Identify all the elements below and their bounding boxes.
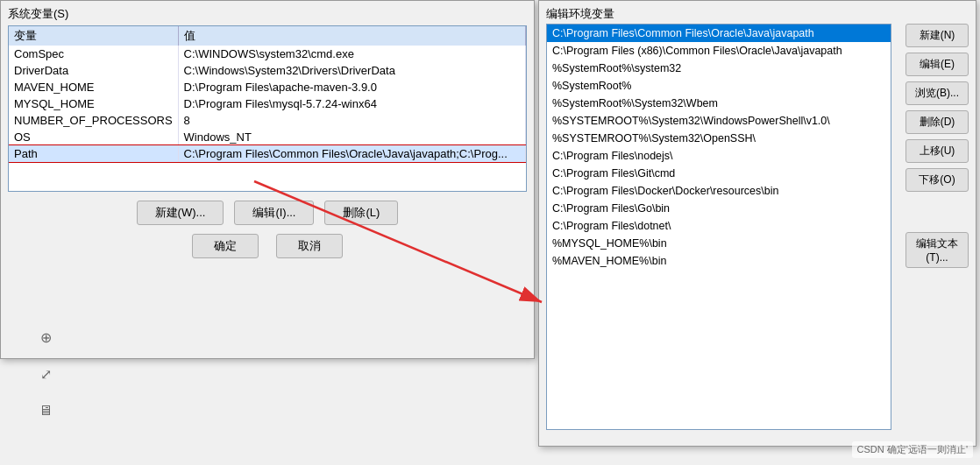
csdn-watermark: CSDN 确定'远语一则消止' <box>852 441 973 458</box>
var-value-cell: Windows_NT <box>178 129 525 145</box>
monitor-icon: 🖥 <box>35 400 56 421</box>
var-value-cell: C:\Program Files\Common Files\Oracle\Jav… <box>178 145 525 162</box>
list-item[interactable]: %SYSTEMROOT%\System32\WindowsPowerShell\… <box>547 112 891 130</box>
target-icon: ⊕ <box>35 327 56 348</box>
delete-path-button[interactable]: 删除(D) <box>905 110 969 134</box>
move-down-button[interactable]: 下移(O) <box>905 168 969 192</box>
confirm-button[interactable]: 确定 <box>192 234 259 258</box>
list-item[interactable]: C:\Program Files\Docker\Docker\resources… <box>547 182 891 200</box>
list-item[interactable]: %MYSQL_HOME%\bin <box>547 235 891 252</box>
section-label: 系统变量(S) <box>1 1 534 25</box>
system-variables-dialog: 系统变量(S) 变量 值 ComSpecC:\WINDOWS\system32\… <box>0 0 535 359</box>
confirm-buttons-row: 确定 取消 <box>8 234 527 258</box>
var-value-cell: C:\WINDOWS\system32\cmd.exe <box>178 46 525 62</box>
var-name-cell: MAVEN_HOME <box>9 79 178 95</box>
new-path-button[interactable]: 新建(N) <box>905 24 969 47</box>
path-list-wrapper: C:\Program Files\Common Files\Oracle\Jav… <box>546 24 891 430</box>
right-panel-title: 编辑环境变量 <box>539 1 976 25</box>
var-name-cell: MYSQL_HOME <box>9 95 178 112</box>
table-row[interactable]: ComSpecC:\WINDOWS\system32\cmd.exe <box>9 46 526 62</box>
list-item[interactable]: C:\Program Files\Git\cmd <box>547 165 891 182</box>
delete-var-button[interactable]: 删除(L) <box>324 201 398 225</box>
list-item[interactable]: %SystemRoot%\System32\Wbem <box>547 95 891 112</box>
table-row[interactable]: OSWindows_NT <box>9 129 526 145</box>
edit-path-button[interactable]: 编辑(E) <box>905 53 969 76</box>
var-name-cell: NUMBER_OF_PROCESSORS <box>9 112 178 129</box>
move-up-button[interactable]: 上移(U) <box>905 139 969 163</box>
new-var-button[interactable]: 新建(W)... <box>137 201 224 225</box>
path-action-buttons: 新建(N) 编辑(E) 浏览(B)... 删除(D) 上移(U) 下移(O) 编… <box>905 24 969 268</box>
list-item[interactable]: C:\Program Files (x86)\Common Files\Orac… <box>547 42 891 60</box>
list-item[interactable]: %MAVEN_HOME%\bin <box>547 252 891 270</box>
path-list[interactable]: C:\Program Files\Common Files\Oracle\Jav… <box>546 24 891 430</box>
table-row[interactable]: MAVEN_HOMED:\Program Files\apache-maven-… <box>9 79 526 95</box>
browse-path-button[interactable]: 浏览(B)... <box>905 81 969 105</box>
var-value-cell: C:\Windows\System32\Drivers\DriverData <box>178 62 525 79</box>
table-row[interactable]: NUMBER_OF_PROCESSORS8 <box>9 112 526 129</box>
col-header-var: 变量 <box>9 26 178 46</box>
var-name-cell: ComSpec <box>9 46 178 62</box>
var-name-cell: Path <box>9 145 178 162</box>
var-value-cell: 8 <box>178 112 525 129</box>
list-item[interactable]: C:\Program Files\Go\bin <box>547 200 891 217</box>
table-row[interactable]: DriverDataC:\Windows\System32\Drivers\Dr… <box>9 62 526 79</box>
list-item[interactable]: C:\Program Files\dotnet\ <box>547 217 891 235</box>
list-item[interactable]: %SystemRoot%\system32 <box>547 60 891 77</box>
resize-icon: ⤢ <box>35 363 56 384</box>
var-value-cell: D:\Program Files\mysql-5.7.24-winx64 <box>178 95 525 112</box>
cancel-button[interactable]: 取消 <box>276 234 343 258</box>
list-item[interactable]: %SYSTEMROOT%\System32\OpenSSH\ <box>547 130 891 147</box>
edit-var-button[interactable]: 编辑(I)... <box>234 201 314 225</box>
list-item[interactable]: %SystemRoot% <box>547 77 891 95</box>
var-name-cell: DriverData <box>9 62 178 79</box>
table-row[interactable]: PathC:\Program Files\Common Files\Oracle… <box>9 145 526 162</box>
bottom-icons: ⊕ ⤢ 🖥 <box>35 327 56 421</box>
path-editor-dialog: 编辑环境变量 C:\Program Files\Common Files\Ora… <box>538 0 976 447</box>
var-value-cell: D:\Program Files\apache-maven-3.9.0 <box>178 79 525 95</box>
list-item[interactable]: C:\Program Files\nodejs\ <box>547 147 891 165</box>
list-item[interactable]: C:\Program Files\Common Files\Oracle\Jav… <box>547 25 891 42</box>
col-header-val: 值 <box>178 26 525 46</box>
table-row[interactable]: MYSQL_HOMED:\Program Files\mysql-5.7.24-… <box>9 95 526 112</box>
edit-buttons-row: 新建(W)... 编辑(I)... 删除(L) <box>8 201 527 225</box>
var-name-cell: OS <box>9 129 178 145</box>
variables-table[interactable]: 变量 值 ComSpecC:\WINDOWS\system32\cmd.exeD… <box>8 25 527 192</box>
edit-text-button[interactable]: 编辑文本(T)... <box>905 232 969 268</box>
